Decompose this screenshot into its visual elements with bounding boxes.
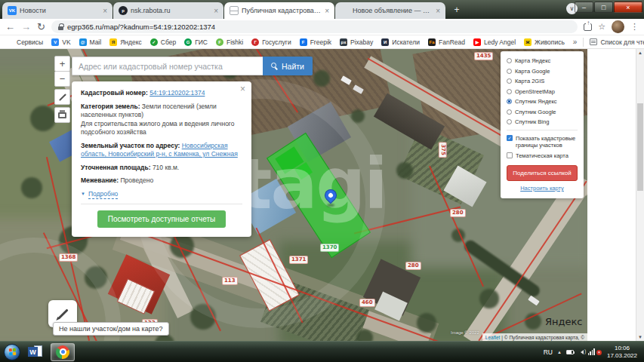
back-button[interactable]: ← (5, 22, 15, 32)
zoom-in-button[interactable]: + (54, 56, 70, 72)
tab-new-listing[interactable]: Новое объявление — Объявлен… × (335, 2, 445, 19)
details-link[interactable]: ▼Подробно (81, 190, 242, 200)
show-borders-checkbox-row[interactable]: ✓Показать кадастровые границы участков (507, 135, 578, 149)
radio-icon[interactable] (507, 78, 512, 84)
taskbar-word-button[interactable]: W (23, 343, 48, 361)
layer-option-osm[interactable]: OpenStreetMap (507, 88, 578, 95)
measure-button[interactable] (54, 89, 70, 105)
tab-close-icon[interactable]: × (436, 7, 440, 15)
youtube-icon: ▶ (473, 38, 481, 46)
bookmark-pixabay[interactable]: pxPixabay (340, 38, 373, 46)
bookmark-sber[interactable]: ✓Сбер (150, 38, 176, 46)
window-close-button[interactable]: × (614, 2, 642, 13)
bookmark-gis[interactable]: GГИС (184, 38, 208, 46)
tab-novosti[interactable]: VK Новости × (2, 2, 112, 19)
bookmarks-overflow-icon[interactable]: » (573, 38, 578, 46)
radio-icon[interactable] (507, 69, 512, 74)
print-button[interactable] (54, 107, 70, 123)
radio-icon[interactable] (507, 109, 512, 115)
checkbox-icon[interactable] (507, 152, 513, 158)
bookmark-fanread[interactable]: FaFanRead (428, 38, 465, 46)
yandex-icon: Я (109, 38, 117, 46)
tab-close-icon[interactable]: × (214, 7, 218, 15)
layer-option-google-satellite[interactable]: Спутник Google (507, 109, 578, 115)
language-indicator[interactable]: RU (544, 348, 553, 356)
not-found-tooltip[interactable]: Не нашли участок/дом на карте? (53, 322, 169, 336)
search-button[interactable]: Найти (263, 57, 313, 75)
window-maximize-button[interactable]: □ (594, 2, 613, 13)
radio-selected-icon[interactable] (507, 99, 512, 104)
tab-close-icon[interactable]: × (103, 7, 107, 15)
scrollbar[interactable]: ▲ ▼ (636, 49, 644, 341)
share-link-button[interactable]: Поделиться ссылкой (507, 165, 578, 181)
layer-option-bing-satellite[interactable]: Спутник Bing (507, 118, 578, 125)
rabota-favicon: р (119, 6, 128, 15)
browser-tab-strip: VK Новости × р nsk.rabota.ru × Публичная… (0, 0, 644, 19)
leaflet-link[interactable]: Leaflet (485, 335, 501, 340)
bookmark-freepik[interactable]: FFreepik (300, 38, 331, 46)
taskbar-chrome-button[interactable] (51, 343, 75, 361)
taskbar-clock[interactable]: 10:06 17.03.2022 (604, 345, 640, 360)
start-button[interactable] (4, 344, 20, 360)
bookmark-mail[interactable]: @Mail (79, 38, 102, 46)
tab-title: Новости (20, 7, 100, 14)
bookmark-fishki[interactable]: FFishki (216, 38, 243, 46)
pin-shadow (327, 204, 334, 207)
browser-menu-icon[interactable]: ⋮ (630, 22, 639, 32)
radio-icon[interactable] (507, 89, 512, 94)
forward-button[interactable]: → (21, 22, 31, 32)
zoom-out-button[interactable]: − (54, 71, 70, 87)
new-tab-button[interactable]: + (450, 3, 464, 17)
reading-list-button[interactable]: Список для чтения (590, 38, 644, 46)
windows-taskbar: W RU ▲ 10:06 17.03.2022 (0, 341, 644, 362)
search-input[interactable] (72, 57, 263, 75)
ruler-icon (59, 94, 66, 101)
parcel-label: 375 (439, 142, 447, 158)
layer-option-yandex-satellite[interactable]: Спутник Яндекс (507, 98, 578, 105)
tab-cadastral-map[interactable]: Публичная кадастровая карта × (224, 2, 334, 19)
scrollbar-thumb[interactable] (637, 103, 643, 191)
fanread-icon: Fa (428, 38, 436, 46)
tab-rabota[interactable]: р nsk.rabota.ru × (113, 2, 223, 19)
bookmark-vk[interactable]: VVK (51, 38, 70, 46)
bookmark-star-icon[interactable]: ☆ (598, 22, 605, 32)
bookmark-yandex[interactable]: ЯЯндекс (109, 38, 142, 46)
radio-icon[interactable] (507, 58, 512, 63)
bookmark-zhivopis[interactable]: ЖЖивопись (524, 38, 565, 46)
gosuslugi-icon: Г (251, 38, 259, 46)
tab-title: Публичная кадастровая карта (242, 7, 322, 14)
tree (313, 70, 330, 87)
close-icon[interactable]: × (240, 85, 245, 94)
bookmark-gosuslugi[interactable]: ГГосуслуги (251, 38, 291, 46)
padlock-icon (58, 26, 63, 30)
cadnum-link[interactable]: 54:19:120202:1374 (149, 89, 205, 97)
window-minimize-button[interactable]: – (575, 2, 593, 13)
reload-button[interactable]: ↻ (37, 22, 45, 32)
triangle-down-icon: ▼ (81, 190, 85, 199)
bookmark-ledy-angel[interactable]: ▶Ledy Angel (473, 38, 516, 46)
speaker-icon[interactable] (578, 350, 584, 354)
view-reports-button[interactable]: Посмотреть доступные отчеты (97, 210, 226, 228)
configure-map-link[interactable]: Настроить карту (507, 185, 578, 192)
desktop-screen: VK Новости × р nsk.rabota.ru × Публичная… (0, 0, 644, 362)
profile-avatar[interactable] (612, 20, 624, 33)
layer-option-google-map[interactable]: Карта Google (507, 68, 578, 75)
layer-option-yandex-map[interactable]: Карта Яндекс (507, 57, 578, 64)
radio-icon[interactable] (507, 119, 512, 124)
address-bar[interactable]: egrp365.ru/map/?kadnum=54:19:120202:1374 (51, 20, 578, 33)
bookmark-iskateli[interactable]: ИИскатели (381, 38, 420, 46)
tray-expand-icon[interactable]: ▲ (557, 350, 562, 354)
share-icon[interactable] (584, 23, 592, 31)
checkbox-checked-icon[interactable]: ✓ (507, 135, 513, 141)
thematic-map-checkbox-row[interactable]: Тематическая карта (507, 152, 578, 159)
page-gutter (587, 49, 636, 341)
divider (81, 204, 242, 204)
scroll-down-arrow[interactable]: ▼ (636, 335, 644, 339)
zhivopis-icon: Ж (524, 38, 532, 46)
bookmark-services[interactable]: Сервисы (6, 38, 43, 46)
scroll-up-arrow[interactable]: ▲ (636, 51, 644, 55)
tab-close-icon[interactable]: × (325, 7, 329, 15)
network-icon[interactable] (588, 348, 595, 355)
layer-option-2gis-map[interactable]: Карта 2GIS (507, 78, 578, 84)
battery-icon[interactable] (566, 350, 574, 354)
